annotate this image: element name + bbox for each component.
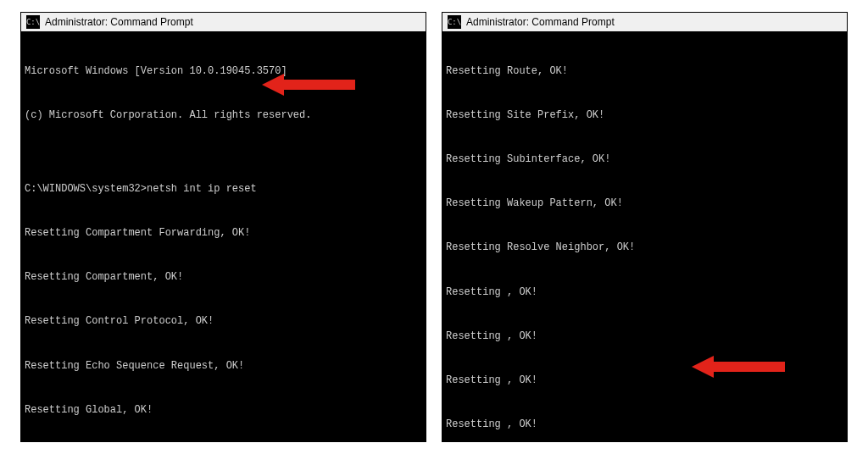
window-title: Administrator: Command Prompt — [466, 16, 615, 28]
term-line: Resetting , OK! — [446, 418, 842, 432]
term-line: Resetting , OK! — [446, 285, 842, 300]
window-title: Administrator: Command Prompt — [45, 16, 193, 28]
term-line: Resetting Route, OK! — [446, 64, 842, 79]
term-line: Resetting Control Protocol, OK! — [25, 314, 420, 329]
term-line: Microsoft Windows [Version 10.0.19045.35… — [25, 64, 420, 79]
term-line: Resetting , OK! — [446, 374, 842, 388]
term-line: Resetting Resolve Neighbor, OK! — [446, 241, 842, 255]
term-line: Resetting Compartment, OK! — [25, 270, 420, 285]
term-line: Resetting Wakeup Pattern, OK! — [446, 197, 842, 211]
term-line: Resetting Subinterface, OK! — [446, 152, 842, 167]
cmd-icon: C:\ — [448, 15, 461, 29]
term-line: (c) Microsoft Corporation. All rights re… — [25, 108, 420, 123]
cmd-icon: C:\ — [26, 15, 40, 29]
cmd-window-right: C:\ Administrator: Command Prompt Resett… — [442, 12, 848, 442]
term-line-command: C:\WINDOWS\system32>netsh int ip reset — [25, 182, 420, 197]
term-line: Resetting Global, OK! — [25, 403, 420, 418]
term-line: Resetting , OK! — [446, 329, 842, 344]
term-line: Resetting Site Prefix, OK! — [446, 108, 842, 123]
titlebar-right[interactable]: C:\ Administrator: Command Prompt — [442, 13, 847, 33]
cmd-window-left: C:\ Administrator: Command Prompt Micros… — [20, 12, 426, 442]
titlebar-left[interactable]: C:\ Administrator: Command Prompt — [21, 13, 426, 33]
terminal-right[interactable]: Resetting Route, OK! Resetting Site Pref… — [442, 33, 847, 441]
terminal-left[interactable]: Microsoft Windows [Version 10.0.19045.35… — [21, 33, 426, 441]
term-line: Resetting Compartment Forwarding, OK! — [25, 226, 420, 241]
term-line: Resetting Echo Sequence Request, OK! — [25, 359, 420, 374]
